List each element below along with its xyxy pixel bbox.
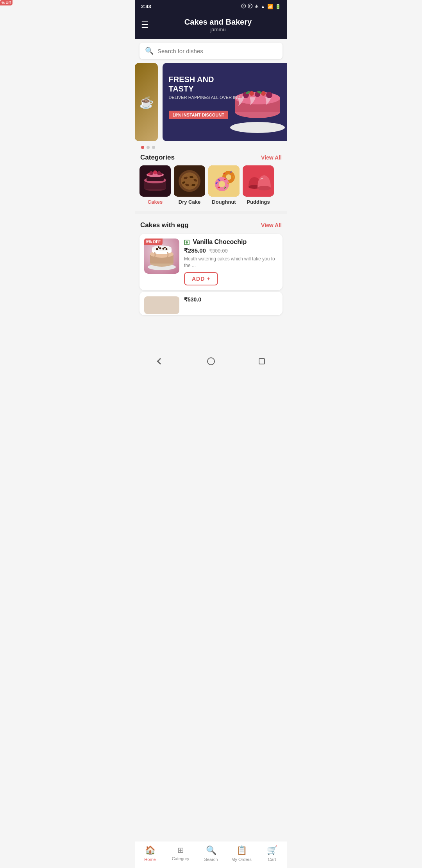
categories-title: Categories (140, 154, 175, 161)
product-card-partial: % Off ₹530.0 (139, 292, 283, 315)
svg-point-55 (152, 246, 172, 251)
back-button[interactable] (156, 357, 165, 366)
category-img-dry-cake (174, 165, 205, 197)
svg-point-7 (261, 91, 266, 96)
cakes-svg (139, 165, 171, 197)
svg-point-57 (159, 247, 161, 249)
category-label-cakes: Cakes (148, 199, 163, 205)
banner-title-line1: FRESH AND (169, 75, 245, 84)
svg-point-21 (160, 173, 162, 175)
category-item-puddings[interactable]: Puddings (243, 165, 274, 205)
svg-point-20 (148, 173, 150, 175)
svg-point-59 (166, 248, 168, 250)
wifi-icon: ▲ (261, 4, 265, 9)
product-name-row: Vanilla Chocochip (184, 239, 278, 246)
banner-discount: 10% INSTANT DISCOUNT (169, 111, 228, 119)
battery-icon: 🔋 (275, 4, 281, 9)
product-partial-price: ₹530.0 (184, 296, 201, 303)
category-label-doughnut: Doughnut (212, 199, 236, 205)
carousel-dot-1[interactable] (141, 146, 144, 149)
category-label-dry-cake: Dry Cake (179, 199, 200, 205)
category-img-cakes (139, 165, 171, 197)
price-original: ₹300.00 (209, 248, 228, 254)
discount-badge: 5% OFF (144, 239, 163, 245)
svg-point-60 (158, 246, 159, 248)
product-description: Mouth watering cakes which will take you… (184, 256, 278, 269)
search-input[interactable] (157, 48, 277, 54)
banner-carousel: ☕ FRESH AND TASTY DELIVER HAPPINES ALL O… (135, 63, 287, 141)
recent-icon (259, 358, 265, 364)
cakes-with-egg-title: Cakes with egg (140, 221, 189, 229)
price-current: ₹285.00 (184, 247, 206, 254)
status-icons: Ⓕ Ⓕ ⚠ ▲ 📶 🔋 (241, 3, 281, 10)
section-divider (135, 211, 287, 214)
add-to-cart-button[interactable]: ADD + (184, 272, 218, 285)
system-nav-bar (135, 352, 287, 371)
banner-inner: FRESH AND TASTY DELIVER HAPPINES ALL OVE… (163, 63, 288, 141)
banner-subtitle: DELIVER HAPPINES ALL OVER INDIA (169, 95, 245, 100)
categories-row: Cakes Dry Cake (135, 165, 287, 210)
category-item-dry-cake[interactable]: Dry Cake (174, 165, 205, 205)
carousel-dot-2[interactable] (147, 146, 150, 149)
doughnut-svg (208, 165, 240, 197)
warning-icon: ⚠ (254, 4, 259, 9)
price-row: ₹285.00 ₹300.00 (184, 247, 278, 254)
status-time: 2:43 (141, 4, 151, 9)
puddings-svg (243, 165, 274, 197)
signal-icon: 📶 (267, 4, 273, 9)
search-bar[interactable]: 🔍 (139, 43, 283, 59)
svg-point-8 (266, 92, 272, 98)
app-title: Cakes and Bakery (155, 18, 281, 27)
svg-point-5 (249, 91, 254, 96)
svg-point-18 (153, 170, 157, 174)
category-img-puddings (243, 165, 274, 197)
product-name: Vanilla Chocochip (193, 239, 247, 245)
category-label-puddings: Puddings (247, 199, 270, 205)
veg-dot (186, 241, 188, 244)
category-img-doughnut (208, 165, 240, 197)
carousel-dot-3[interactable] (152, 146, 155, 149)
banner-slide-main[interactable]: FRESH AND TASTY DELIVER HAPPINES ALL OVE… (163, 63, 288, 141)
coffee-spoon-icon: ☕ (139, 95, 154, 109)
product-img-partial: % Off (144, 296, 179, 314)
recents-button[interactable] (257, 357, 266, 366)
product-img-wrap: 5% OFF (144, 239, 179, 274)
app-subtitle: jammu (155, 27, 281, 32)
dry-cake-svg (174, 165, 205, 197)
home-nav-icon (207, 357, 215, 365)
home-button[interactable] (206, 357, 216, 366)
product-info: Vanilla Chocochip ₹285.00 ₹300.00 Mouth … (184, 239, 278, 285)
header-title-block: Cakes and Bakery jammu (155, 18, 281, 32)
category-item-doughnut[interactable]: Doughnut (208, 165, 240, 205)
category-item-cakes[interactable]: Cakes (139, 165, 171, 205)
f-icon2: Ⓕ (248, 3, 252, 10)
svg-point-58 (163, 248, 165, 250)
carousel-dots (135, 143, 287, 151)
banner-slide-left-partial: ☕ (135, 63, 158, 141)
banner-title-line2: TASTY (169, 84, 245, 93)
svg-point-39 (219, 181, 225, 187)
product-card-vanilla-chocochip: 5% OFF Vanilla Chocochip ₹285.00 ₹300.00… (139, 234, 283, 290)
banner-text-block: FRESH AND TASTY DELIVER HAPPINES ALL OVE… (169, 75, 245, 119)
menu-button[interactable]: ☰ (141, 20, 149, 30)
product-cake-svg (146, 240, 177, 272)
categories-header: Categories View All (135, 151, 287, 165)
search-icon: 🔍 (145, 47, 154, 55)
f-icon1: Ⓕ (241, 3, 246, 10)
svg-point-56 (156, 248, 158, 250)
svg-point-61 (164, 247, 166, 248)
svg-point-48 (257, 186, 271, 190)
veg-indicator (184, 240, 190, 245)
app-header: ☰ Cakes and Bakery jammu (135, 13, 287, 39)
back-icon (157, 358, 164, 364)
banner-partial-inner: ☕ (135, 63, 158, 141)
categories-view-all[interactable]: View All (261, 154, 282, 161)
partial-price: ₹530.0 (184, 296, 201, 303)
cakes-with-egg-header: Cakes with egg View All (135, 216, 287, 232)
svg-point-0 (230, 122, 285, 133)
status-bar: 2:43 Ⓕ Ⓕ ⚠ ▲ 📶 🔋 (135, 0, 287, 13)
cakes-with-egg-view-all[interactable]: View All (261, 222, 282, 228)
